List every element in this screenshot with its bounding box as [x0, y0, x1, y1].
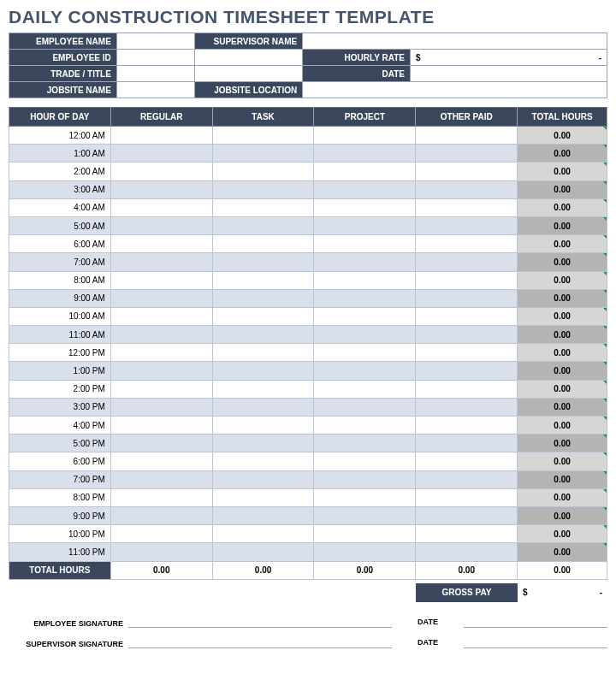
task-cell[interactable]: [212, 488, 314, 506]
other-cell[interactable]: [416, 506, 518, 524]
other-cell[interactable]: [416, 417, 518, 435]
project-cell[interactable]: [314, 543, 416, 561]
task-cell[interactable]: [212, 380, 314, 398]
task-cell[interactable]: [212, 543, 314, 561]
project-cell[interactable]: [314, 344, 416, 362]
supervisor-signature-line[interactable]: [128, 635, 392, 648]
other-cell[interactable]: [416, 525, 518, 543]
other-cell[interactable]: [416, 543, 518, 561]
regular-cell[interactable]: [110, 163, 212, 180]
other-cell[interactable]: [416, 452, 518, 470]
regular-cell[interactable]: [110, 525, 212, 543]
project-cell[interactable]: [314, 180, 416, 198]
task-cell[interactable]: [212, 326, 314, 344]
other-cell[interactable]: [416, 362, 518, 380]
task-cell[interactable]: [212, 145, 314, 163]
supervisor-date-line[interactable]: [464, 635, 607, 648]
other-cell[interactable]: [416, 307, 518, 325]
project-cell[interactable]: [314, 470, 416, 488]
regular-cell[interactable]: [110, 235, 212, 253]
employee-name-field[interactable]: [116, 33, 195, 50]
regular-cell[interactable]: [110, 253, 212, 271]
employee-date-line[interactable]: [464, 614, 607, 628]
project-cell[interactable]: [314, 326, 416, 344]
other-cell[interactable]: [416, 488, 518, 506]
project-cell[interactable]: [314, 452, 416, 470]
project-cell[interactable]: [314, 163, 416, 180]
task-cell[interactable]: [212, 235, 314, 253]
project-cell[interactable]: [314, 362, 416, 380]
other-cell[interactable]: [416, 271, 518, 289]
project-cell[interactable]: [314, 398, 416, 416]
regular-cell[interactable]: [110, 435, 212, 452]
other-cell[interactable]: [416, 216, 518, 234]
jobsite-name-field[interactable]: [116, 82, 195, 98]
project-cell[interactable]: [314, 435, 416, 452]
other-cell[interactable]: [416, 398, 518, 416]
other-cell[interactable]: [416, 235, 518, 253]
other-cell[interactable]: [416, 344, 518, 362]
task-cell[interactable]: [212, 525, 314, 543]
other-cell[interactable]: [416, 380, 518, 398]
other-cell[interactable]: [416, 198, 518, 216]
task-cell[interactable]: [212, 452, 314, 470]
regular-cell[interactable]: [110, 145, 212, 163]
project-cell[interactable]: [314, 145, 416, 163]
regular-cell[interactable]: [110, 127, 212, 145]
regular-cell[interactable]: [110, 307, 212, 325]
project-cell[interactable]: [314, 127, 416, 145]
task-cell[interactable]: [212, 289, 314, 307]
other-cell[interactable]: [416, 127, 518, 145]
task-cell[interactable]: [212, 271, 314, 289]
regular-cell[interactable]: [110, 289, 212, 307]
project-cell[interactable]: [314, 506, 416, 524]
project-cell[interactable]: [314, 289, 416, 307]
hourly-rate-field[interactable]: $-: [410, 50, 607, 66]
regular-cell[interactable]: [110, 344, 212, 362]
jobsite-location-field[interactable]: [303, 82, 607, 98]
regular-cell[interactable]: [110, 470, 212, 488]
project-cell[interactable]: [314, 271, 416, 289]
date-field[interactable]: [410, 66, 607, 82]
regular-cell[interactable]: [110, 271, 212, 289]
project-cell[interactable]: [314, 417, 416, 435]
regular-cell[interactable]: [110, 398, 212, 416]
regular-cell[interactable]: [110, 180, 212, 198]
regular-cell[interactable]: [110, 326, 212, 344]
task-cell[interactable]: [212, 506, 314, 524]
regular-cell[interactable]: [110, 506, 212, 524]
regular-cell[interactable]: [110, 216, 212, 234]
regular-cell[interactable]: [110, 417, 212, 435]
regular-cell[interactable]: [110, 543, 212, 561]
regular-cell[interactable]: [110, 452, 212, 470]
task-cell[interactable]: [212, 127, 314, 145]
regular-cell[interactable]: [110, 380, 212, 398]
task-cell[interactable]: [212, 417, 314, 435]
other-cell[interactable]: [416, 145, 518, 163]
task-cell[interactable]: [212, 362, 314, 380]
other-cell[interactable]: [416, 253, 518, 271]
task-cell[interactable]: [212, 216, 314, 234]
project-cell[interactable]: [314, 253, 416, 271]
regular-cell[interactable]: [110, 198, 212, 216]
task-cell[interactable]: [212, 180, 314, 198]
task-cell[interactable]: [212, 253, 314, 271]
supervisor-name-field[interactable]: [303, 33, 607, 50]
task-cell[interactable]: [212, 470, 314, 488]
task-cell[interactable]: [212, 344, 314, 362]
project-cell[interactable]: [314, 525, 416, 543]
trade-title-field[interactable]: [116, 66, 195, 82]
other-cell[interactable]: [416, 326, 518, 344]
project-cell[interactable]: [314, 198, 416, 216]
employee-id-field[interactable]: [116, 50, 195, 66]
task-cell[interactable]: [212, 435, 314, 452]
task-cell[interactable]: [212, 198, 314, 216]
other-cell[interactable]: [416, 470, 518, 488]
other-cell[interactable]: [416, 163, 518, 180]
task-cell[interactable]: [212, 307, 314, 325]
employee-signature-line[interactable]: [128, 614, 392, 628]
other-cell[interactable]: [416, 435, 518, 452]
project-cell[interactable]: [314, 380, 416, 398]
other-cell[interactable]: [416, 180, 518, 198]
regular-cell[interactable]: [110, 488, 212, 506]
